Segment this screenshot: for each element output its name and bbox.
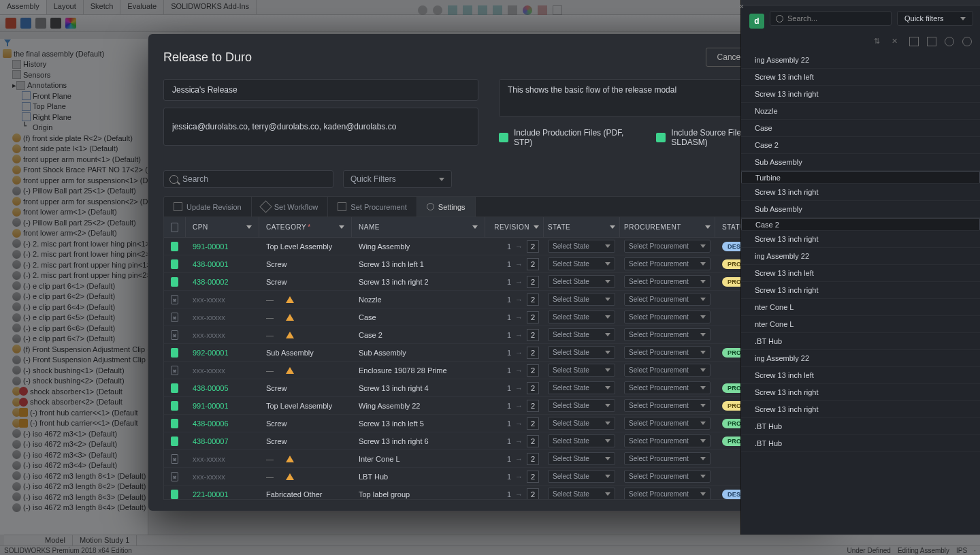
procurement-select[interactable]: Select Procurement [624, 452, 710, 465]
cpn-link[interactable]: 991-00001 [193, 402, 229, 410]
row-checkbox[interactable] [171, 454, 178, 464]
cpn-link[interactable]: 438-00006 [193, 419, 229, 428]
revision-input[interactable]: 2 [527, 276, 539, 288]
state-select[interactable]: Select State [548, 434, 615, 447]
procurement-select[interactable]: Select Procurement [624, 328, 710, 341]
state-select[interactable]: Select State [548, 381, 615, 394]
collapse-icon[interactable]: « [739, 1, 744, 11]
cpn-link[interactable]: 438-00005 [193, 384, 229, 392]
procurement-select[interactable]: Select Procurement [624, 311, 710, 323]
procurement-select[interactable]: Select Procurement [624, 488, 710, 499]
panel-list-item[interactable]: ing Assembly 22 [741, 350, 980, 367]
panel-list-item[interactable]: Screw 13 inch left [741, 69, 980, 86]
panel-list-item[interactable]: .BT Hub [741, 418, 980, 435]
panel-list-item[interactable]: Screw 13 inch right [741, 231, 980, 248]
panel-list-item[interactable]: Turbine [741, 171, 980, 184]
state-select[interactable]: Select State [548, 328, 615, 341]
cpn-link[interactable]: 992-00001 [193, 349, 229, 357]
tab-set-procurement[interactable]: Set Procurement [328, 197, 417, 217]
panel-list-item[interactable]: Screw 13 inch right [741, 384, 980, 401]
row-checkbox[interactable] [171, 366, 178, 375]
cpn-link[interactable]: 991-00001 [193, 242, 229, 251]
panel-list-item[interactable]: ing Assembly 22 [741, 52, 980, 69]
panel-list-item[interactable]: Case [741, 120, 980, 137]
row-checkbox[interactable] [171, 472, 178, 481]
panel-search-input[interactable]: Search... [770, 11, 892, 26]
quick-filters-select[interactable]: Quick Filters [343, 170, 452, 188]
panel-list-item[interactable]: .BT Hub [741, 333, 980, 350]
procurement-select[interactable]: Select Procurement [624, 399, 710, 412]
panel-list-item[interactable]: Sub Assembly [741, 201, 980, 218]
panel-quick-filters[interactable]: Quick filters [897, 11, 973, 26]
col-cpn[interactable]: CPN [186, 217, 259, 237]
revision-input[interactable]: 2 [527, 488, 539, 500]
row-checkbox[interactable] [171, 419, 178, 428]
col-procurement[interactable]: PROCUREMENT [620, 217, 715, 237]
state-select[interactable]: Select State [548, 488, 615, 499]
download-icon[interactable] [945, 37, 954, 46]
panel-list-item[interactable]: ing Assembly 22 [741, 248, 980, 265]
revision-input[interactable]: 2 [527, 329, 539, 341]
row-checkbox[interactable] [171, 401, 178, 411]
row-checkbox[interactable] [171, 330, 178, 340]
revision-input[interactable]: 2 [527, 435, 539, 447]
procurement-select[interactable]: Select Procurement [624, 417, 710, 430]
procurement-select[interactable]: Select Procurement [624, 275, 710, 288]
procurement-select[interactable]: Select Procurement [624, 240, 710, 253]
revision-input[interactable]: 2 [527, 400, 539, 412]
emails-input[interactable] [163, 108, 478, 146]
row-checkbox[interactable] [171, 490, 178, 499]
panel-list-item[interactable]: .BT Hub [741, 435, 980, 452]
row-checkbox[interactable] [171, 277, 178, 287]
panel-list-item[interactable]: Screw 13 inch left [741, 367, 980, 384]
state-select[interactable]: Select State [548, 293, 615, 306]
state-select[interactable]: Select State [548, 275, 615, 288]
revision-input[interactable]: 2 [527, 364, 539, 377]
procurement-select[interactable]: Select Procurement [624, 381, 710, 394]
revision-input[interactable]: 2 [527, 240, 539, 253]
state-select[interactable]: Select State [548, 346, 615, 359]
procurement-select[interactable]: Select Procurement [624, 257, 710, 270]
revision-input[interactable]: 2 [527, 417, 539, 430]
cpn-link[interactable]: 221-00001 [193, 490, 229, 498]
tab-settings[interactable]: Settings [417, 197, 476, 217]
table-search-input[interactable]: Search [163, 170, 333, 188]
row-checkbox[interactable] [171, 313, 178, 322]
row-checkbox[interactable] [171, 437, 178, 446]
col-name[interactable]: NAME [352, 217, 485, 237]
col-state[interactable]: STATE [544, 217, 620, 237]
panel-list-item[interactable]: Screw 13 inch right [741, 282, 980, 299]
panel-list-item[interactable]: Case 2 [741, 137, 980, 154]
include-production-checkbox[interactable]: Include Production Files (PDF, STP) [499, 128, 637, 147]
row-checkbox[interactable] [171, 242, 178, 251]
panel-list-item[interactable]: Screw 13 inch right [741, 401, 980, 418]
state-select[interactable]: Select State [548, 311, 615, 323]
row-checkbox[interactable] [171, 348, 178, 358]
revision-input[interactable]: 2 [527, 471, 539, 483]
revision-input[interactable]: 2 [527, 258, 539, 270]
state-select[interactable]: Select State [548, 452, 615, 465]
panel-list-item[interactable]: nter Cone L [741, 299, 980, 316]
revision-input[interactable]: 2 [527, 311, 539, 323]
panel-list-item[interactable]: Sub Assembly [741, 154, 980, 171]
procurement-select[interactable]: Select Procurement [624, 346, 710, 359]
procurement-select[interactable]: Select Procurement [624, 293, 710, 306]
state-select[interactable]: Select State [548, 364, 615, 377]
panel-list-item[interactable]: Nozzle [741, 103, 980, 120]
cpn-link[interactable]: 438-00001 [193, 260, 229, 268]
list-icon[interactable] [927, 37, 936, 46]
state-select[interactable]: Select State [548, 257, 615, 270]
cpn-link[interactable]: 438-00007 [193, 437, 229, 445]
release-name-input[interactable] [163, 79, 478, 101]
revision-input[interactable]: 2 [527, 453, 539, 465]
state-select[interactable]: Select State [548, 417, 615, 430]
revision-input[interactable]: 2 [527, 294, 539, 306]
panel-list-item[interactable]: Screw 13 inch left [741, 265, 980, 282]
revision-input[interactable]: 2 [527, 382, 539, 394]
procurement-select[interactable]: Select Procurement [624, 470, 710, 483]
tree-icon[interactable] [909, 37, 919, 46]
row-checkbox[interactable] [171, 259, 178, 269]
procurement-select[interactable]: Select Procurement [624, 364, 710, 377]
panel-list-item[interactable]: Case 2 [741, 218, 980, 231]
upload-icon[interactable] [962, 37, 972, 46]
